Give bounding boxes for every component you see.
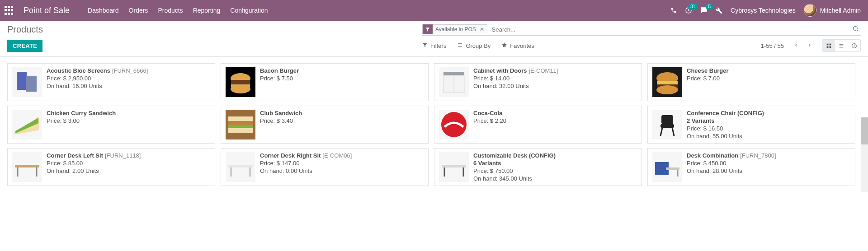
product-name: Cheese Burger (687, 67, 730, 74)
facet-label: Available in POS (435, 26, 476, 33)
main-navbar: Point of Sale Dashboard Orders Products … (0, 0, 868, 21)
avatar (804, 4, 816, 17)
phone-icon[interactable] (670, 7, 677, 14)
pager-text[interactable]: 1-55 / 55 (761, 42, 784, 49)
search-facet[interactable]: Available in POS ✕ (422, 24, 487, 34)
product-onhand: On hand: 345.00 Units (473, 175, 557, 182)
nav-item-reporting[interactable]: Reporting (193, 7, 221, 14)
product-card[interactable]: Customizable Desk (CONFIG) 6 Variants Pr… (434, 148, 642, 186)
product-card[interactable]: Cabinet with Doors[E-COM11] Price: $ 14.… (434, 63, 642, 101)
product-thumbnail (12, 110, 42, 139)
product-name: Corner Desk Right Sit[E-COM06] (260, 152, 352, 159)
product-name: Cabinet with Doors[E-COM11] (473, 67, 558, 74)
product-name: Bacon Burger (260, 67, 301, 74)
product-card[interactable]: Corner Desk Right Sit[E-COM06] Price: $ … (221, 148, 429, 186)
product-onhand: On hand: 55.00 Units (687, 133, 766, 139)
product-thumbnail (226, 110, 255, 139)
star-icon (501, 42, 507, 49)
product-thumbnail (439, 152, 469, 182)
product-price: Price: $ 450.00 (687, 160, 776, 167)
product-onhand: On hand: 0.00 Units (260, 167, 352, 174)
app-brand[interactable]: Point of Sale (24, 6, 70, 15)
svg-point-1 (854, 27, 858, 31)
product-card[interactable]: Conference Chair (CONFIG) 2 Variants Pri… (647, 106, 855, 144)
product-price: Price: $ 85.00 (47, 160, 141, 167)
product-name: Club Sandwich (260, 110, 304, 116)
product-card[interactable]: Bacon Burger Price: $ 7.50 (221, 63, 429, 101)
product-name: Acoustic Bloc Screens[FURN_6666] (47, 67, 148, 74)
product-name: Corner Desk Left Sit[FURN_1118] (47, 152, 141, 159)
product-name: Chicken Curry Sandwich (47, 110, 118, 116)
product-variants: 2 Variants (687, 117, 766, 124)
product-price: Price: $ 14.00 (473, 75, 558, 82)
product-card[interactable]: Club Sandwich Price: $ 3.40 (221, 106, 429, 144)
product-onhand: On hand: 28.00 Units (687, 167, 776, 174)
product-price: Price: $ 750.00 (473, 167, 557, 174)
product-price: Price: $ 2.20 (473, 117, 506, 124)
product-card[interactable]: Coca-Cola Price: $ 2.20 (434, 106, 642, 144)
list-icon (457, 42, 463, 49)
product-kanban: Acoustic Bloc Screens[FURN_6666] Price: … (0, 57, 860, 192)
search-input[interactable] (490, 25, 848, 34)
view-kanban-button[interactable] (822, 40, 835, 51)
product-card[interactable]: Corner Desk Left Sit[FURN_1118] Price: $… (7, 148, 215, 186)
filters-button[interactable]: Filters (422, 42, 446, 49)
product-price: Price: $ 16.50 (687, 125, 766, 132)
pager-next[interactable] (804, 41, 816, 51)
product-thumbnail (226, 152, 255, 182)
messages-badge: 5 (706, 4, 713, 10)
product-thumbnail (12, 67, 42, 97)
product-name: Desk Combination[FURN_7800] (687, 152, 776, 159)
activity-badge: 31 (688, 4, 698, 10)
product-thumbnail (12, 152, 42, 182)
product-thumbnail (652, 152, 682, 182)
nav-item-orders[interactable]: Orders (129, 7, 148, 14)
svg-rect-3 (829, 43, 831, 45)
product-name: Customizable Desk (CONFIG) (473, 152, 557, 159)
product-thumbnail (652, 67, 682, 97)
product-price: Price: $ 7.50 (260, 75, 301, 82)
facet-remove-icon[interactable]: ✕ (480, 26, 484, 33)
user-menu[interactable]: Mitchell Admin (804, 4, 861, 17)
control-panel: Products Available in POS ✕ CREATE (0, 21, 868, 57)
favorites-button[interactable]: Favorites (501, 42, 534, 49)
scrollbar[interactable] (861, 117, 868, 192)
product-price: Price: $ 2,950.00 (47, 75, 148, 82)
product-price: Price: $ 147.00 (260, 160, 352, 167)
page-title: Products (7, 24, 43, 35)
nav-item-products[interactable]: Products (158, 7, 183, 14)
product-variants: 6 Variants (473, 160, 557, 167)
nav-menu: Dashboard Orders Products Reporting Conf… (88, 7, 268, 14)
product-name: Coca-Cola (473, 110, 506, 116)
view-activity-button[interactable] (848, 40, 860, 51)
nav-item-configuration[interactable]: Configuration (230, 7, 268, 14)
groupby-button[interactable]: Group By (457, 42, 491, 49)
product-card[interactable]: Cheese Burger Price: $ 7.00 (647, 63, 855, 101)
user-name: Mitchell Admin (820, 7, 861, 14)
company-name[interactable]: Cybrosys Technologies (731, 7, 796, 14)
view-switcher (822, 39, 861, 52)
product-thumbnail (652, 110, 682, 139)
svg-rect-5 (829, 46, 831, 48)
nav-item-dashboard[interactable]: Dashboard (88, 7, 119, 14)
svg-rect-2 (826, 43, 828, 45)
activity-icon[interactable]: 31 (685, 7, 692, 14)
search-icon[interactable] (850, 25, 861, 33)
messages-icon[interactable]: 5 (700, 7, 708, 14)
product-thumbnail (439, 110, 469, 139)
product-price: Price: $ 3.40 (260, 117, 304, 124)
create-button[interactable]: CREATE (7, 40, 42, 52)
svg-rect-4 (826, 46, 828, 48)
view-list-button[interactable] (835, 40, 848, 51)
product-onhand: On hand: 2.00 Units (47, 167, 141, 174)
search-bar[interactable]: Available in POS ✕ (422, 24, 861, 36)
product-onhand: On hand: 32.00 Units (473, 83, 558, 89)
product-card[interactable]: Desk Combination[FURN_7800] Price: $ 450… (647, 148, 855, 186)
product-card[interactable]: Chicken Curry Sandwich Price: $ 3.00 (7, 106, 215, 144)
product-thumbnail (439, 67, 469, 97)
pager-prev[interactable] (790, 41, 802, 51)
apps-icon[interactable] (4, 5, 14, 16)
product-card[interactable]: Acoustic Bloc Screens[FURN_6666] Price: … (7, 63, 215, 101)
funnel-icon (423, 24, 433, 34)
settings-icon[interactable] (716, 7, 722, 14)
